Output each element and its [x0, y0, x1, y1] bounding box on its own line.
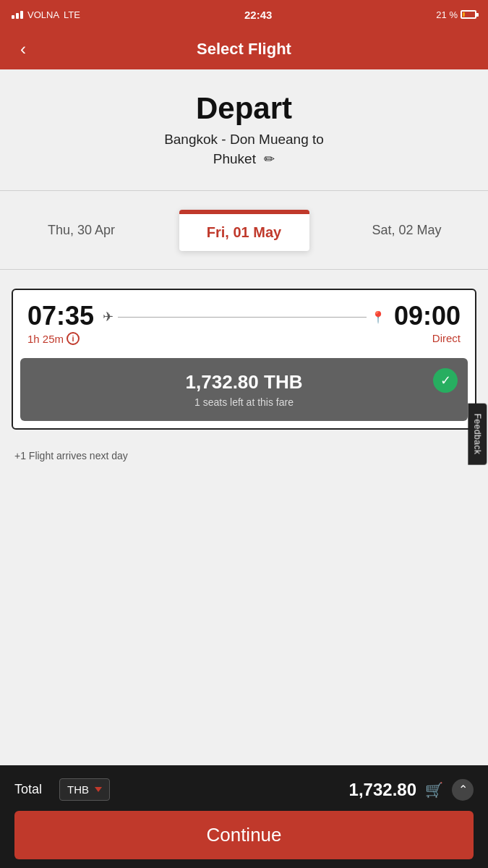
- active-date-wrapper: Fri, 01 May: [163, 203, 325, 258]
- battery-icon: [461, 10, 476, 19]
- signal-bars: [12, 11, 23, 19]
- currency-arrow-icon: [95, 787, 102, 792]
- edit-icon[interactable]: ✏: [264, 150, 275, 169]
- total-label: Total: [14, 782, 42, 797]
- continue-label: Continue: [206, 824, 281, 846]
- total-amount: 1,732.80: [349, 780, 416, 800]
- status-bar: VOLNA LTE 22:43 21 %: [0, 0, 488, 29]
- nav-bar: ‹ Select Flight: [0, 29, 488, 69]
- route-line1: Bangkok - Don Mueang to: [164, 132, 324, 147]
- arrive-time-block: 09:00 Direct: [394, 303, 461, 344]
- depart-route: Bangkok - Don Mueang to Phuket ✏: [14, 130, 474, 169]
- duration-block: 1h 25m i: [27, 332, 94, 345]
- main-content: Depart Bangkok - Don Mueang to Phuket ✏ …: [0, 69, 488, 720]
- feedback-tab[interactable]: Feedback: [468, 404, 487, 465]
- flight-line: ✈ 📍: [94, 309, 394, 325]
- price-text: 1,732.80 THB: [35, 371, 453, 393]
- price-block[interactable]: 1,732.80 THB 1 seats left at this fare ✓: [20, 358, 468, 421]
- bottom-bar: Total THB 1,732.80 🛒 ⌃ Continue: [0, 765, 488, 868]
- depart-time-block: 07:35 1h 25m i: [27, 303, 94, 345]
- prev-date[interactable]: Thu, 30 Apr: [0, 216, 163, 245]
- flight-card[interactable]: 07:35 1h 25m i ✈ 📍 09:00 Direct: [12, 289, 476, 430]
- currency-selector[interactable]: THB: [59, 778, 110, 801]
- date-selector: Thu, 30 Apr Fri, 01 May Sat, 02 May: [0, 190, 488, 270]
- time-label: 22:43: [244, 9, 272, 21]
- depart-title: Depart: [14, 91, 474, 126]
- total-right: 1,732.80 🛒 ⌃: [349, 779, 474, 801]
- selected-check-icon: ✓: [433, 368, 458, 393]
- stop-type: Direct: [394, 332, 461, 344]
- depart-time: 07:35: [27, 303, 94, 329]
- status-right: 21 %: [436, 9, 476, 20]
- expand-button[interactable]: ⌃: [452, 779, 474, 801]
- flight-times: 07:35 1h 25m i ✈ 📍 09:00 Direct: [13, 290, 475, 351]
- flight-card-container: 07:35 1h 25m i ✈ 📍 09:00 Direct: [0, 277, 488, 441]
- currency-text: THB: [67, 783, 89, 796]
- battery-fill: [463, 12, 465, 17]
- battery-percent: 21 %: [436, 9, 458, 20]
- pin-icon: 📍: [371, 310, 385, 324]
- date-strip: Thu, 30 Apr Fri, 01 May Sat, 02 May: [0, 190, 488, 270]
- plane-icon: ✈: [103, 309, 114, 325]
- next-day-notice: +1 Flight arrives next day: [0, 441, 488, 470]
- back-button[interactable]: ‹: [14, 36, 32, 62]
- active-date-card[interactable]: Fri, 01 May: [179, 210, 309, 251]
- continue-button[interactable]: Continue: [14, 811, 474, 859]
- route-line2: Phuket: [213, 151, 256, 166]
- next-date[interactable]: Sat, 02 May: [325, 216, 488, 245]
- info-icon[interactable]: i: [67, 332, 80, 345]
- arrive-time: 09:00: [394, 303, 461, 329]
- total-row: Total THB 1,732.80 🛒 ⌃: [14, 778, 474, 801]
- route-line: [118, 317, 367, 318]
- depart-section: Depart Bangkok - Don Mueang to Phuket ✏: [0, 69, 488, 183]
- seats-left: 1 seats left at this fare: [35, 396, 453, 408]
- feedback-label: Feedback: [473, 414, 483, 455]
- network-label: LTE: [64, 9, 80, 20]
- duration-label: 1h 25m: [27, 333, 64, 345]
- page-title: Select Flight: [197, 40, 291, 59]
- status-left: VOLNA LTE: [12, 9, 80, 20]
- cart-icon: 🛒: [425, 781, 443, 799]
- active-date-text: Fri, 01 May: [207, 224, 281, 240]
- carrier-label: VOLNA: [27, 9, 59, 20]
